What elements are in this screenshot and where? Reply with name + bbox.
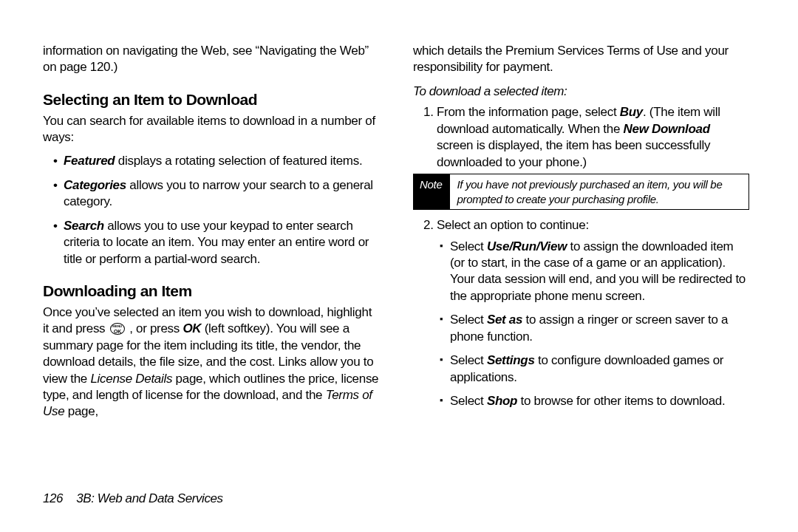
text-segment: Select: [450, 394, 487, 408]
note-callout: Note If you have not previously purchase…: [413, 174, 749, 210]
set-as-label: Set as: [487, 313, 522, 327]
two-column-layout: information on navigating the Web, see “…: [43, 43, 755, 428]
categories-label: Categories: [64, 178, 126, 192]
text-segment: , or press: [126, 321, 183, 335]
downloading-paragraph: Once you’ve selected an item you wish to…: [43, 304, 379, 420]
procedure-lead-in: To download a selected item:: [413, 83, 749, 100]
note-tag: Note: [414, 174, 450, 209]
text-segment: to browse for other items to download.: [517, 394, 725, 408]
manual-page: information on navigating the Web, see “…: [0, 0, 798, 532]
continue-options-list: Select Use/Run/View to assign the downlo…: [437, 239, 749, 410]
featured-label: Featured: [64, 154, 115, 168]
text-segment: page,: [64, 404, 98, 418]
page-number: 126: [43, 491, 63, 505]
step-2-intro: Select an option to continue:: [437, 218, 589, 232]
text-segment: screen is displayed, the item has been s…: [437, 138, 710, 168]
page-footer: 1263B: Web and Data Services: [43, 491, 223, 507]
section-title: 3B: Web and Data Services: [76, 491, 223, 505]
heading-selecting-item: Selecting an Item to Download: [43, 89, 379, 110]
license-details-label: License Details: [90, 372, 172, 386]
search-label: Search: [64, 219, 104, 233]
search-options-list: Featured displays a rotating selection o…: [43, 153, 379, 267]
download-steps-list: From the information page, select Buy. (…: [413, 104, 749, 409]
featured-text: displays a rotating selection of feature…: [115, 154, 362, 168]
settings-label: Settings: [487, 353, 535, 367]
list-item: Select Shop to browse for other items to…: [440, 393, 749, 409]
list-item: Featured displays a rotating selection o…: [53, 153, 379, 169]
list-item: Select Use/Run/View to assign the downlo…: [440, 239, 749, 305]
left-column: information on navigating the Web, see “…: [43, 43, 379, 428]
search-text: allows you to use your keypad to enter s…: [64, 219, 369, 266]
intro-continuation-text: information on navigating the Web, see “…: [43, 43, 379, 76]
step-2: Select an option to continue: Select Use…: [423, 217, 749, 409]
buy-label: Buy: [620, 105, 643, 119]
heading-downloading-item: Downloading an Item: [43, 281, 379, 301]
text-segment: Select: [450, 353, 487, 367]
step-1: From the information page, select Buy. (…: [423, 104, 749, 210]
new-download-label: New Download: [624, 122, 710, 136]
shop-label: Shop: [487, 394, 517, 408]
selecting-intro-text: You can search for available items to do…: [43, 113, 379, 146]
text-segment: Select: [450, 239, 487, 253]
text-segment: Select: [450, 313, 487, 327]
list-item: Categories allows you to narrow your sea…: [53, 177, 379, 211]
note-text: If you have not previously purchased an …: [450, 174, 749, 209]
list-item: Search allows you to use your keypad to …: [53, 218, 379, 267]
continuation-text: which details the Premium Services Terms…: [413, 43, 749, 76]
ok-softkey-label: OK: [183, 321, 201, 335]
text-segment: From the information page, select: [437, 105, 620, 119]
right-column: which details the Premium Services Terms…: [413, 43, 749, 428]
menu-ok-key-icon: MENUOK: [110, 323, 125, 335]
list-item: Select Settings to configure downloaded …: [440, 352, 749, 386]
use-run-view-label: Use/Run/View: [487, 239, 567, 253]
list-item: Select Set as to assign a ringer or scre…: [440, 312, 749, 345]
